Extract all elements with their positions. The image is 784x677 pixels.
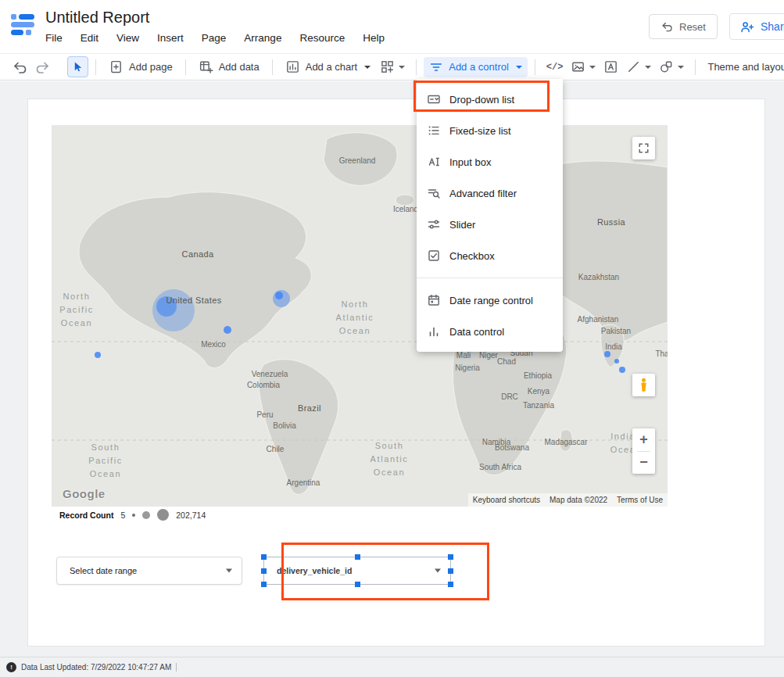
menu-help[interactable]: Help bbox=[363, 32, 385, 44]
menu-divider bbox=[417, 278, 563, 278]
legend-dot-small bbox=[132, 514, 135, 517]
chevron-down-icon bbox=[645, 66, 651, 69]
filter-icon bbox=[429, 60, 443, 74]
menu-item-slider[interactable]: Slider bbox=[417, 209, 563, 240]
dropdown-list-control[interactable]: delivery_vehicle_id bbox=[263, 557, 451, 585]
menu-item-checkbox[interactable]: Checkbox bbox=[417, 240, 563, 271]
bubble-map-chart[interactable]: GreenlandIcelandRussiaCanadaUnited State… bbox=[52, 125, 668, 507]
map-fullscreen-button[interactable] bbox=[632, 137, 655, 159]
menu-resource[interactable]: Resource bbox=[299, 32, 345, 44]
terms-of-use-link[interactable]: Terms of Use bbox=[612, 493, 668, 507]
menu-file[interactable]: File bbox=[45, 32, 63, 44]
map-label: Peru bbox=[256, 410, 273, 419]
report-page[interactable]: GreenlandIcelandRussiaCanadaUnited State… bbox=[28, 99, 764, 646]
community-visualizations-button[interactable] bbox=[376, 56, 409, 77]
map-label: Tanzania bbox=[523, 401, 554, 410]
map-zoom-control: + − bbox=[632, 428, 655, 474]
advanced-filter-icon bbox=[427, 186, 441, 200]
selection-handle[interactable] bbox=[261, 568, 267, 574]
map-label: Nigeria bbox=[455, 364, 480, 372]
selection-handle[interactable] bbox=[448, 568, 453, 574]
share-button[interactable]: Share bbox=[729, 13, 784, 40]
data-studio-logo[interactable] bbox=[11, 14, 36, 39]
map-label: Bolivia bbox=[273, 421, 295, 430]
menu-page[interactable]: Page bbox=[202, 32, 227, 44]
chevron-down-icon bbox=[226, 569, 232, 573]
add-chart-button[interactable]: Add a chart bbox=[280, 56, 377, 77]
street-view-pegman-button[interactable] bbox=[632, 374, 655, 396]
reset-button[interactable]: Reset bbox=[649, 14, 718, 39]
redo-button[interactable] bbox=[31, 56, 55, 78]
menu-item-advanced-filter[interactable]: Advanced filter bbox=[417, 177, 563, 209]
map-label: Tha bbox=[655, 349, 668, 358]
map-label: Canada bbox=[182, 249, 214, 259]
add-data-button[interactable]: Add data bbox=[193, 56, 265, 77]
image-icon bbox=[571, 59, 585, 74]
map-label: Mexico bbox=[201, 340, 226, 349]
text-tool-button[interactable] bbox=[600, 56, 622, 77]
toolbar-divider bbox=[185, 59, 186, 75]
shape-tool-button[interactable] bbox=[655, 56, 688, 77]
legend-max-value: 202,714 bbox=[176, 510, 206, 520]
menu-item-input-box[interactable]: Input box bbox=[417, 146, 563, 177]
image-tool-button[interactable] bbox=[567, 56, 600, 77]
map-label: Iceland bbox=[393, 205, 418, 213]
report-title[interactable]: Untitled Report bbox=[45, 9, 149, 27]
map-label: Mali bbox=[456, 351, 471, 360]
data-control-icon bbox=[427, 324, 441, 338]
menu-insert[interactable]: Insert bbox=[157, 32, 184, 44]
map-label: Namibia bbox=[482, 438, 511, 446]
selection-handle[interactable] bbox=[448, 582, 453, 587]
menu-item-fixed-size-list[interactable]: Fixed-size list bbox=[417, 115, 563, 146]
add-page-button[interactable]: Add page bbox=[103, 56, 178, 77]
map-label: South Atlantic Ocean bbox=[371, 439, 409, 479]
menu-item-dropdown-list[interactable]: Drop-down list bbox=[417, 84, 563, 115]
zoom-in-button[interactable]: + bbox=[632, 428, 655, 451]
map-label: Chile bbox=[267, 445, 285, 453]
embed-button[interactable]: </> bbox=[542, 59, 567, 76]
chevron-down-icon bbox=[435, 569, 441, 573]
line-tool-button[interactable] bbox=[622, 56, 655, 77]
map-label: Botswana bbox=[495, 443, 529, 452]
keyboard-shortcuts-link[interactable]: Keyboard shortcuts bbox=[468, 493, 545, 507]
map-label: Ethiopia bbox=[524, 371, 552, 380]
map-label: Kenya bbox=[528, 387, 550, 396]
menu-view[interactable]: View bbox=[116, 32, 139, 44]
status-bar: ! Data Last Updated: 7/29/2022 10:47:27 … bbox=[0, 657, 784, 677]
map-label: Brazil bbox=[298, 403, 321, 413]
zoom-out-button[interactable]: − bbox=[632, 452, 655, 475]
report-canvas[interactable]: GreenlandIcelandRussiaCanadaUnited State… bbox=[0, 81, 784, 677]
select-tool-button[interactable] bbox=[67, 56, 88, 77]
date-range-control[interactable]: Select date range bbox=[56, 557, 242, 585]
add-a-control-button[interactable]: Add a control bbox=[424, 57, 528, 77]
person-add-icon bbox=[739, 20, 754, 34]
data-last-updated-text: Data Last Updated: 7/29/2022 10:47:27 AM bbox=[21, 663, 171, 672]
selection-handle[interactable] bbox=[261, 554, 267, 560]
map-label: Venezuela bbox=[252, 370, 288, 378]
redo-icon bbox=[35, 59, 51, 75]
map-label: South Africa bbox=[479, 463, 521, 471]
selection-handle[interactable] bbox=[355, 582, 360, 587]
add-data-icon bbox=[199, 59, 213, 74]
menu-arrange[interactable]: Arrange bbox=[244, 32, 281, 44]
map-label: Niger bbox=[479, 351, 498, 360]
fullscreen-icon bbox=[638, 142, 650, 154]
menu-edit[interactable]: Edit bbox=[81, 32, 98, 44]
menu-item-label: Input box bbox=[449, 156, 492, 168]
map-label: North Pacific Ocean bbox=[59, 290, 94, 330]
embed-icon: </> bbox=[546, 62, 564, 73]
menu-item-data-control[interactable]: Data control bbox=[417, 316, 563, 347]
shape-icon bbox=[659, 59, 674, 74]
theme-and-layout-button[interactable]: Theme and layout bbox=[703, 58, 784, 76]
legend-title: Record Count bbox=[59, 510, 113, 520]
selection-handle[interactable] bbox=[448, 554, 453, 560]
map-label: Colombia bbox=[247, 381, 280, 389]
undo-button[interactable] bbox=[8, 56, 31, 78]
add-a-control-menu: Drop-down list Fixed-size list Input box… bbox=[417, 79, 563, 352]
menu-item-date-range-control[interactable]: Date range control bbox=[417, 285, 563, 316]
map-label: Pakistan bbox=[601, 327, 631, 335]
map-label: United States bbox=[166, 296, 221, 305]
cursor-icon bbox=[72, 61, 84, 73]
selection-handle[interactable] bbox=[261, 582, 267, 587]
selection-handle[interactable] bbox=[355, 554, 360, 560]
